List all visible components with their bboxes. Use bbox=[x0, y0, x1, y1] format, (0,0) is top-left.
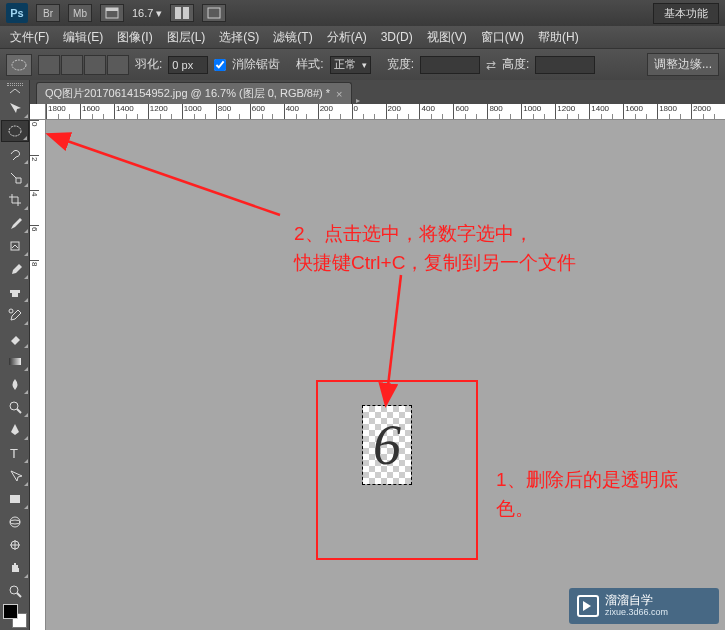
document-tab-title: QQ图片20170614154952.jpg @ 16.7% (图层 0, RG… bbox=[45, 86, 330, 101]
quick-selection-tool[interactable] bbox=[1, 166, 29, 188]
hand-tool[interactable] bbox=[1, 557, 29, 579]
style-label: 样式: bbox=[296, 56, 323, 73]
blur-tool[interactable] bbox=[1, 373, 29, 395]
ruler-tick: 2000 bbox=[691, 104, 725, 119]
minibridge-button[interactable]: Mb bbox=[68, 4, 92, 22]
move-tool[interactable] bbox=[1, 97, 29, 119]
ruler-tick: 200 bbox=[386, 104, 420, 119]
annotation-step1: 1、删除后的是透明底色。 bbox=[496, 466, 696, 523]
close-tab-icon[interactable]: × bbox=[336, 88, 342, 100]
gradient-tool[interactable] bbox=[1, 350, 29, 372]
history-brush-tool[interactable] bbox=[1, 304, 29, 326]
ruler-origin[interactable] bbox=[30, 104, 46, 120]
selection-subtract[interactable] bbox=[84, 55, 106, 75]
elliptical-marquee-tool[interactable] bbox=[1, 120, 29, 142]
style-select[interactable]: 正常 bbox=[330, 56, 371, 74]
color-swatches[interactable] bbox=[3, 604, 27, 628]
canvas[interactable]: 6 2、点击选中，将数字选中， 快捷键Ctrl+C，复制到另一个文件 1、删除后… bbox=[46, 120, 725, 630]
crop-tool[interactable] bbox=[1, 189, 29, 211]
menu-help[interactable]: 帮助(H) bbox=[532, 27, 585, 48]
menu-filter[interactable]: 滤镜(T) bbox=[267, 27, 318, 48]
menu-select[interactable]: 选择(S) bbox=[213, 27, 265, 48]
toolbox-grip[interactable] bbox=[0, 80, 29, 88]
ruler-tick: 0 bbox=[30, 120, 39, 155]
toolbox-collapse-icon[interactable] bbox=[0, 88, 29, 96]
antialias-checkbox[interactable] bbox=[214, 59, 226, 71]
svg-rect-1 bbox=[106, 8, 118, 11]
feather-input[interactable] bbox=[168, 56, 208, 74]
selection-add[interactable] bbox=[61, 55, 83, 75]
ruler-tick: 200 bbox=[318, 104, 352, 119]
lasso-tool[interactable] bbox=[1, 143, 29, 165]
ruler-tick: 1600 bbox=[80, 104, 114, 119]
workspace-switcher[interactable]: 基本功能 bbox=[653, 3, 719, 24]
3d-camera-tool[interactable] bbox=[1, 534, 29, 556]
dodge-tool[interactable] bbox=[1, 396, 29, 418]
menu-view[interactable]: 视图(V) bbox=[421, 27, 473, 48]
ruler-tick: 800 bbox=[487, 104, 521, 119]
menu-window[interactable]: 窗口(W) bbox=[475, 27, 530, 48]
menu-bar: 文件(F) 编辑(E) 图像(I) 图层(L) 选择(S) 滤镜(T) 分析(A… bbox=[0, 26, 725, 48]
ruler-tick: 1800 bbox=[46, 104, 80, 119]
menu-edit[interactable]: 编辑(E) bbox=[57, 27, 109, 48]
svg-point-14 bbox=[10, 520, 20, 524]
pen-tool[interactable] bbox=[1, 419, 29, 441]
antialias-label: 消除锯齿 bbox=[232, 56, 280, 73]
path-selection-tool[interactable] bbox=[1, 465, 29, 487]
menu-image[interactable]: 图像(I) bbox=[111, 27, 158, 48]
svg-rect-12 bbox=[10, 495, 20, 503]
ruler-tick: 8 bbox=[30, 260, 39, 295]
ruler-tick: 1800 bbox=[657, 104, 691, 119]
menu-3d[interactable]: 3D(D) bbox=[375, 28, 419, 46]
ruler-tick: 600 bbox=[453, 104, 487, 119]
horizontal-ruler[interactable]: 1800 1600 1400 1200 1000 800 600 400 200… bbox=[46, 104, 725, 120]
bridge-button[interactable]: Br bbox=[36, 4, 60, 22]
width-label: 宽度: bbox=[387, 56, 414, 73]
svg-rect-3 bbox=[183, 7, 189, 19]
height-label: 高度: bbox=[502, 56, 529, 73]
refine-edge-button[interactable]: 调整边缘... bbox=[647, 53, 719, 76]
annotation-frame bbox=[316, 380, 478, 560]
ruler-tick: 6 bbox=[30, 225, 39, 260]
brush-tool[interactable] bbox=[1, 258, 29, 280]
svg-rect-7 bbox=[11, 242, 19, 250]
vertical-ruler[interactable]: 0 2 4 6 8 bbox=[30, 120, 46, 630]
height-input bbox=[535, 56, 595, 74]
swap-dims-icon[interactable]: ⇄ bbox=[486, 58, 496, 72]
workspace: T QQ图片20170614154952.jpg @ 16.7% (图层 0, … bbox=[0, 80, 725, 630]
ruler-tick: 1200 bbox=[148, 104, 182, 119]
foreground-color-swatch[interactable] bbox=[3, 604, 18, 619]
zoom-select[interactable]: 16.7 ▾ bbox=[132, 7, 162, 20]
svg-point-6 bbox=[9, 126, 21, 136]
healing-brush-tool[interactable] bbox=[1, 235, 29, 257]
selection-new[interactable] bbox=[38, 55, 60, 75]
screen-mode-button[interactable] bbox=[100, 4, 124, 22]
svg-line-18 bbox=[50, 135, 280, 215]
watermark-url: zixue.3d66.com bbox=[605, 608, 668, 618]
clone-stamp-tool[interactable] bbox=[1, 281, 29, 303]
menu-layer[interactable]: 图层(L) bbox=[161, 27, 212, 48]
eyedropper-tool[interactable] bbox=[1, 212, 29, 234]
selection-intersect[interactable] bbox=[107, 55, 129, 75]
svg-point-8 bbox=[9, 309, 13, 313]
menu-analysis[interactable]: 分析(A) bbox=[321, 27, 373, 48]
svg-rect-9 bbox=[9, 358, 21, 365]
width-input bbox=[420, 56, 480, 74]
type-tool[interactable]: T bbox=[1, 442, 29, 464]
arrange-button[interactable] bbox=[170, 4, 194, 22]
tool-preset-icon[interactable] bbox=[6, 54, 32, 76]
eraser-tool[interactable] bbox=[1, 327, 29, 349]
ruler-tick: 2 bbox=[30, 155, 39, 190]
toolbox: T bbox=[0, 80, 30, 630]
zoom-tool[interactable] bbox=[1, 580, 29, 602]
svg-rect-2 bbox=[175, 7, 181, 19]
shape-tool[interactable] bbox=[1, 488, 29, 510]
extras-button[interactable] bbox=[202, 4, 226, 22]
ruler-tick: 1400 bbox=[589, 104, 623, 119]
3d-rotate-tool[interactable] bbox=[1, 511, 29, 533]
ruler-tick: 400 bbox=[419, 104, 453, 119]
ruler-tick: 1400 bbox=[114, 104, 148, 119]
document-tab[interactable]: QQ图片20170614154952.jpg @ 16.7% (图层 0, RG… bbox=[36, 82, 352, 104]
ruler-tick: 0 bbox=[352, 104, 386, 119]
menu-file[interactable]: 文件(F) bbox=[4, 27, 55, 48]
